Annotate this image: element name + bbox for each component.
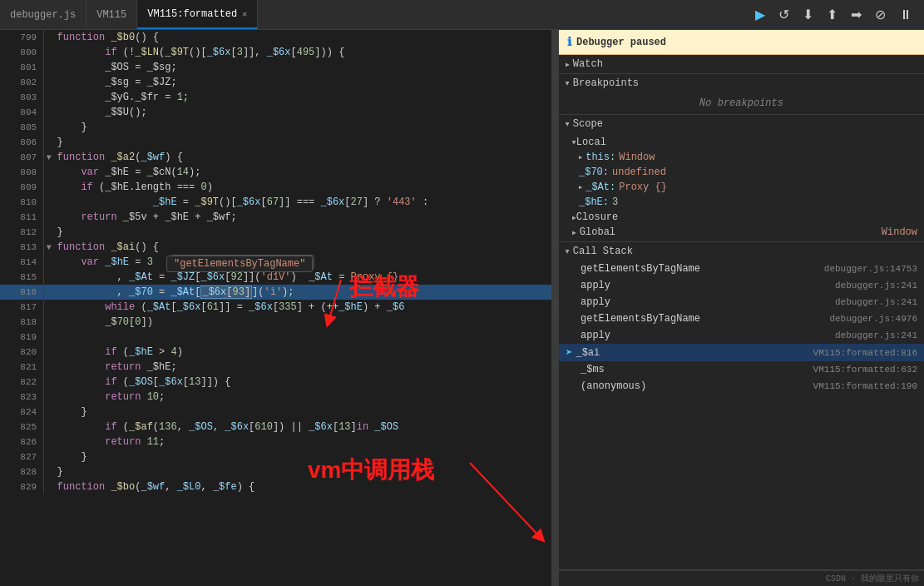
scope-content: ▶ Local ▶ this: Window _$70: undefined ▶… — [559, 133, 924, 241]
line-number: 822 — [0, 375, 44, 390]
line-number: 820 — [0, 345, 44, 360]
pause-button[interactable]: ⏸ — [896, 6, 916, 24]
breakpoints-section: ▶ Breakpoints No breakpoints — [559, 74, 924, 115]
line-arrow — [44, 225, 54, 240]
line-number: 811 — [0, 210, 44, 225]
call-stack-row[interactable]: ➤_$aiVM115:formatted:816 — [559, 344, 924, 361]
step-into-button[interactable]: ⬇ — [799, 5, 817, 24]
code-line-content: function _$ai() { — [54, 240, 551, 255]
table-row: 805 } — [0, 120, 551, 135]
callstack-header[interactable]: ▶ Call Stack — [559, 242, 924, 261]
line-arrow — [44, 210, 54, 225]
call-stack-row[interactable]: applydebugger.js:241 — [559, 294, 924, 310]
line-arrow — [44, 255, 54, 270]
line-number: 817 — [0, 300, 44, 315]
watch-header[interactable]: ▶ Watch — [559, 55, 924, 73]
table-row: 807▼function _$a2(_$wf) { — [0, 150, 551, 165]
line-number: 807 — [0, 150, 44, 165]
line-number: 828 — [0, 464, 44, 479]
call-row-left: getElementsByTagName — [566, 263, 700, 275]
line-arrow — [44, 60, 54, 75]
step-out-button[interactable]: ⬆ — [823, 5, 841, 24]
call-row-left: getElementsByTagName — [566, 313, 700, 325]
table-row: 818 _$70[0]) — [0, 315, 551, 330]
code-line-content: , _$At = _$JZ[_$6x[92]]('d1V') _$At = Pr… — [54, 270, 551, 285]
tab-debuggerjs[interactable]: debugger.js — [0, 0, 86, 29]
callstack-label: Call Stack — [573, 246, 633, 257]
line-arrow — [44, 90, 54, 105]
line-arrow — [44, 180, 54, 195]
code-line-content: _$hE = _$9T()[_$6x[67]] === _$6x[27] ? '… — [54, 195, 551, 210]
scope-this-key: this: — [586, 151, 615, 163]
call-stack-row[interactable]: (anonymous)VM115:formatted:190 — [559, 378, 924, 395]
table-row: 799function _$b0() { — [0, 30, 551, 45]
scope-hE-row: _$hE: 3 — [559, 195, 924, 210]
code-line-content: _$$U(); — [54, 105, 551, 120]
code-scroll[interactable]: 799function _$b0() {800 if (!_$LN(_$9T()… — [0, 30, 551, 586]
line-number: 802 — [0, 75, 44, 90]
call-function-name: apply — [581, 280, 610, 291]
table-row: 814 var _$hE = 3 "getElementsByTagName" — [0, 255, 551, 270]
call-stack-row[interactable]: getElementsByTagNamedebugger.js:14753 — [559, 261, 924, 277]
line-arrow: ▼ — [44, 150, 54, 165]
code-line-content: _$yG._$fr = 1; — [54, 90, 551, 105]
call-stack-row[interactable]: _$msVM115:formatted:632 — [559, 361, 924, 378]
watch-label: Watch — [573, 58, 603, 70]
call-stack-row[interactable]: applydebugger.js:241 — [559, 277, 924, 294]
watch-triangle: ▶ — [566, 61, 570, 68]
line-number: 819 — [0, 330, 44, 345]
this-triangle: ▶ — [579, 154, 582, 161]
table-row: 802 _$sg = _$JZ; — [0, 75, 551, 90]
code-line-content: while (_$At[_$6x[61]] = _$6x[335] + (++_… — [54, 300, 551, 315]
scope-header[interactable]: ▶ Scope — [559, 115, 924, 133]
code-line-content: var _$hE = 3 "getElementsByTagName" — [54, 255, 551, 270]
line-arrow — [44, 330, 54, 345]
call-row-left: apply — [566, 330, 610, 341]
tab-close-icon[interactable]: ✕ — [242, 9, 247, 19]
At-triangle: ▶ — [579, 184, 582, 191]
line-number: 799 — [0, 30, 44, 45]
call-location: debugger.js:241 — [835, 281, 917, 291]
call-row-left: (anonymous) — [566, 380, 646, 392]
line-number: 813 — [0, 240, 44, 255]
line-number: 808 — [0, 165, 44, 180]
panel-divider[interactable]: ··· — [551, 30, 558, 586]
resume-button[interactable]: ▶ — [752, 5, 768, 24]
table-row: 820 if (_$hE > 4) — [0, 345, 551, 360]
main-area: 799function _$b0() {800 if (!_$LN(_$9T()… — [0, 30, 924, 586]
global-triangle: ▶ — [572, 229, 576, 236]
table-row: 804 _$$U(); — [0, 105, 551, 120]
step-over-button[interactable]: ↺ — [775, 5, 793, 24]
callstack-content: getElementsByTagNamedebugger.js:14753app… — [559, 261, 924, 569]
scope-closure-header[interactable]: ▶ Closure — [559, 210, 924, 225]
table-row: 816 , _$70 = _$At[_$6x[93]]('i'); — [0, 285, 551, 300]
table-row: 809 if (_$hE.length === 0) — [0, 180, 551, 195]
call-stack-row[interactable]: applydebugger.js:241 — [559, 327, 924, 344]
table-row: 817 while (_$At[_$6x[61]] = _$6x[335] + … — [0, 300, 551, 315]
call-stack-row[interactable]: getElementsByTagNamedebugger.js:4976 — [559, 310, 924, 327]
call-function-name: getElementsByTagName — [581, 263, 700, 275]
code-line-content: _$70[0]) — [54, 315, 551, 330]
code-line-content: return _$hE; — [54, 360, 551, 375]
scope-At-key: _$At: — [586, 181, 615, 193]
call-row-left: apply — [566, 296, 610, 308]
scope-local-header[interactable]: ▶ Local — [559, 135, 924, 150]
table-row: 812} — [0, 225, 551, 240]
scope-At-row[interactable]: ▶ _$At: Proxy {} — [559, 180, 924, 195]
scope-triangle: ▶ — [564, 122, 571, 127]
breakpoints-header[interactable]: ▶ Breakpoints — [559, 74, 924, 92]
scope-global-header[interactable]: ▶ Global Window — [559, 225, 924, 240]
breakpoints-label: Breakpoints — [573, 77, 639, 89]
watch-section: ▶ Watch — [559, 55, 924, 74]
debugger-paused-banner: ℹ Debugger paused — [559, 30, 924, 55]
line-arrow — [44, 479, 54, 494]
line-number: 823 — [0, 390, 44, 405]
scope-70-row: _$70: undefined — [559, 165, 924, 180]
deactivate-button[interactable]: ⊘ — [872, 5, 889, 24]
step-button[interactable]: ➡ — [847, 5, 865, 24]
line-arrow — [44, 45, 54, 60]
tab-vm115[interactable]: VM115 — [86, 0, 137, 29]
scope-this-row[interactable]: ▶ this: Window — [559, 150, 924, 165]
tab-vm115formatted[interactable]: VM115:formatted ✕ — [137, 0, 258, 29]
top-bar: debugger.js VM115 VM115:formatted ✕ ▶ ↺ … — [0, 0, 924, 30]
